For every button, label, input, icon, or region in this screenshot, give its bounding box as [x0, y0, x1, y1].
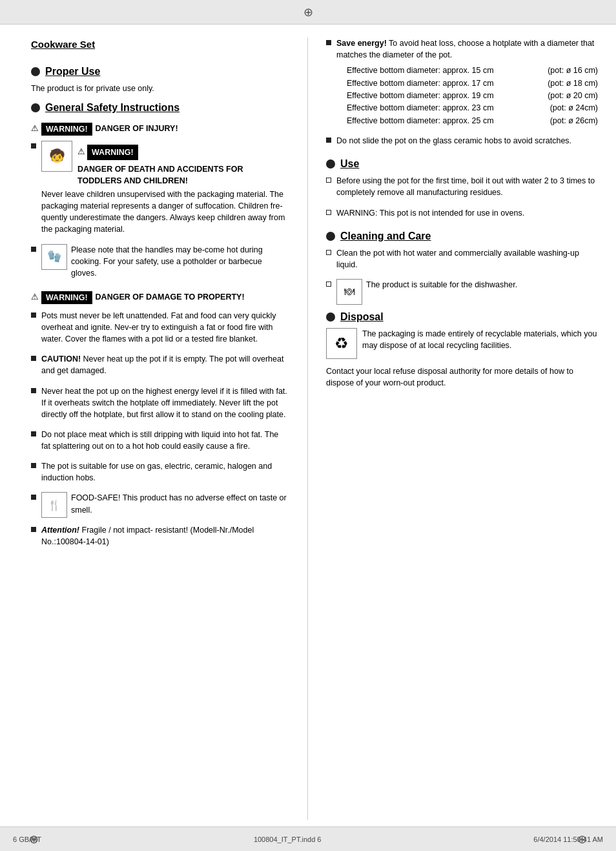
diameter-row: Effective bottom diameter: approx. 25 cm… — [347, 115, 598, 127]
right-column: Save energy! To avoid heat loss, choose … — [308, 37, 616, 820]
page: Cookware Set Proper Use The product is f… — [0, 0, 616, 851]
use-heading: Use — [326, 158, 598, 170]
warning-block-2: WARNING! — [87, 145, 138, 160]
sq-outline-bullet-icon — [326, 210, 331, 215]
sq-bullet-icon — [31, 313, 36, 318]
cleaning-heading: Cleaning and Care — [326, 231, 598, 242]
use-list: Before using the pot for the first time,… — [326, 175, 598, 222]
caution-item: CAUTION! Never heat up the pot if it is … — [31, 353, 289, 380]
bullet-circle-disposal-icon — [326, 313, 335, 322]
sq-bullet-icon — [31, 527, 36, 532]
bottom-left-crosshair-icon — [29, 832, 39, 846]
cleaning-list: Clean the pot with hot water and commerc… — [326, 247, 598, 305]
warning-triangle-icon: ⚠ — [31, 123, 39, 133]
dishwasher-item: 🍽 The product is suitable for the dishwa… — [326, 279, 598, 305]
sq-bullet-icon — [31, 247, 36, 252]
section-title: Cookware Set — [31, 37, 289, 58]
warning-danger-injury: ⚠ WARNING! DANGER OF INJURY! — [31, 119, 289, 138]
sq-outline-bullet-icon — [326, 282, 331, 287]
dishwasher-icon: 🍽 — [336, 279, 362, 305]
footer-date-info: 6/4/2014 11:50:41 AM — [533, 836, 603, 843]
bullet-circle-icon — [31, 103, 40, 112]
safety-list: Pots must never be left unattended. Fat … — [31, 310, 289, 551]
warning-triangle-2-icon: ⚠ — [77, 146, 85, 158]
sq-bullet-icon — [31, 495, 36, 500]
use-item: WARNING: This pot is not intended for us… — [326, 207, 598, 223]
top-bar — [0, 0, 616, 25]
diameter-row: Effective bottom diameter: approx. 19 cm… — [347, 90, 598, 102]
warning-property: ⚠ WARNING! DANGER OF DAMAGE TO PROPERTY! — [31, 287, 289, 307]
save-energy-item: Save energy! To avoid heat loss, choose … — [326, 37, 598, 130]
attention-item: Attention! Fragile / not impact- resista… — [31, 524, 289, 551]
warning-list: 🧒 ⚠ WARNING! DANGER OF DEATH AND ACCIDEN… — [31, 141, 289, 283]
bullet-circle-cleaning-icon — [326, 232, 335, 241]
footer-file-info: 100804_IT_PT.indd 6 — [254, 836, 322, 843]
sq-outline-bullet-icon — [326, 250, 331, 255]
save-energy-list: Save energy! To avoid heat loss, choose … — [326, 37, 598, 150]
diameter-row: Effective bottom diameter: approx. 17 cm… — [347, 77, 598, 90]
clean-text-item: Clean the pot with hot water and commerc… — [326, 247, 598, 274]
suitable-hobs-item: The pot is suitable for use on gas, elec… — [31, 460, 289, 487]
warning-block-3: WARNING! — [41, 291, 92, 304]
hot-handle-item: 🧤 Please note that the handles may be-co… — [31, 244, 289, 283]
sq-bullet-icon — [326, 138, 331, 143]
sq-bullet-icon — [31, 388, 36, 393]
recycling-icon: ♻ — [326, 328, 357, 359]
child-danger-icon: 🧒 — [41, 141, 72, 172]
bottom-bar: 6 GB/MT 100804_IT_PT.indd 6 6/4/2014 11:… — [0, 826, 616, 851]
top-crosshair-icon — [303, 5, 313, 19]
diameter-row: Effective bottom diameter: approx. 15 cm… — [347, 65, 598, 77]
warning-children-item: 🧒 ⚠ WARNING! DANGER OF DEATH AND ACCIDEN… — [31, 141, 289, 240]
main-content: Cookware Set Proper Use The product is f… — [0, 25, 616, 826]
sq-outline-bullet-icon — [326, 178, 331, 183]
sq-bullet-icon — [31, 463, 36, 468]
glove-icon: 🧤 — [41, 244, 67, 270]
use-item: Before using the pot for the first time,… — [326, 175, 598, 202]
disposal-contact: Contact your local refuse disposal autho… — [326, 365, 598, 389]
food-safe-item: 🍴 FOOD-SAFE! This product has no adverse… — [31, 492, 289, 519]
warning-triangle-3-icon: ⚠ — [31, 292, 39, 302]
sq-bullet-icon — [31, 356, 36, 361]
pots-unattended-item: Pots must never be left unattended. Fat … — [31, 310, 289, 349]
warning-block-1: WARNING! — [41, 123, 92, 136]
sq-bullet-icon — [31, 143, 36, 149]
sq-bullet-icon — [31, 431, 36, 436]
diameter-table: Effective bottom diameter: approx. 15 cm… — [336, 65, 598, 127]
no-slide-item: Do not slide the pot on the glass cerami… — [326, 135, 598, 150]
disposal-block: ♻ The packaging is made entirely of recy… — [326, 328, 598, 359]
sq-bullet-icon — [326, 40, 331, 45]
proper-use-body: The product is for private use only. — [31, 83, 289, 94]
food-safe-icon: 🍴 — [41, 492, 67, 518]
bullet-circle-icon — [31, 67, 40, 76]
bullet-circle-use-icon — [326, 159, 335, 169]
diameter-row: Effective bottom diameter: approx. 23 cm… — [347, 102, 598, 114]
bottom-right-crosshair-icon — [577, 832, 587, 846]
left-column: Cookware Set Proper Use The product is f… — [0, 37, 308, 820]
highest-energy-item: Never heat the pot up on the highest ene… — [31, 385, 289, 424]
proper-use-heading: Proper Use — [31, 66, 289, 77]
meat-item: Do not place meat which is still drippin… — [31, 429, 289, 456]
disposal-heading: Disposal — [326, 311, 598, 323]
general-safety-heading: General Safety Instructions — [31, 102, 289, 114]
